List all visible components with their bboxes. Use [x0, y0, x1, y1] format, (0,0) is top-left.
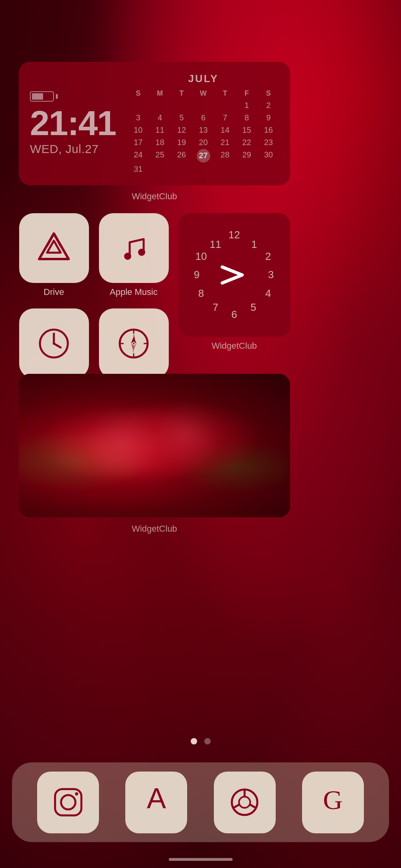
- cal-header-mon: M: [149, 88, 170, 99]
- cal-cell: [171, 100, 192, 111]
- music-icon: [116, 230, 152, 266]
- cal-cell: 24: [128, 149, 148, 163]
- cal-today: 27: [197, 149, 210, 163]
- cal-header-wed: W: [193, 88, 213, 99]
- cal-cell: [149, 100, 170, 111]
- clock-widget[interactable]: 12 3 6 9 1 2 4 5 7 8 10 11: [178, 213, 290, 337]
- svg-point-5: [138, 249, 145, 256]
- apple-music-app-wrapper: Apple Music: [99, 213, 169, 297]
- home-indicator: [169, 858, 233, 861]
- apple-music-label: Apple Music: [110, 287, 158, 297]
- svg-marker-31: [131, 344, 136, 350]
- page-dot-2[interactable]: [204, 738, 211, 744]
- cal-cell: 23: [258, 137, 279, 148]
- svg-text:11: 11: [210, 238, 221, 250]
- page-dots: [0, 738, 401, 744]
- appstore-icon: A: [138, 784, 174, 820]
- svg-point-37: [239, 797, 250, 808]
- calendar-grid: S M T W T F S 1 2 3 4 5 6 7: [128, 88, 279, 175]
- cal-cell: 16: [258, 124, 279, 136]
- svg-text:7: 7: [213, 301, 218, 313]
- dock: A G: [12, 762, 389, 842]
- cal-cell: [128, 100, 148, 111]
- svg-text:3: 3: [268, 269, 274, 281]
- cal-cell: [171, 163, 192, 175]
- chrome-dock-icon[interactable]: [214, 772, 276, 833]
- svg-text:G: G: [323, 785, 343, 815]
- cal-cell: 18: [149, 137, 170, 148]
- cal-cell: 1: [236, 100, 257, 111]
- photo-widget-wrapper: WidgetClub: [19, 374, 290, 517]
- cal-cell: 31: [128, 163, 148, 175]
- cal-cell: 21: [215, 137, 235, 148]
- cal-cell: 29: [236, 149, 257, 163]
- instagram-dock-icon[interactable]: [37, 772, 99, 833]
- google-icon: G: [315, 784, 351, 820]
- safari-app-icon[interactable]: [99, 308, 169, 378]
- date-display: WED, Jul.27: [30, 142, 116, 156]
- cal-cell: [236, 163, 257, 175]
- cal-cell: 22: [236, 137, 257, 148]
- drive-app-icon[interactable]: [19, 213, 89, 283]
- cal-cell: 8: [236, 112, 257, 124]
- cal-cell: 13: [193, 124, 213, 136]
- analog-clock-svg: 12 3 6 9 1 2 4 5 7 8 10 11: [186, 227, 282, 323]
- svg-text:12: 12: [229, 229, 240, 241]
- clock-app-icon[interactable]: [19, 308, 89, 378]
- cal-cell: 28: [215, 149, 235, 163]
- clock-widget-label: WidgetClub: [211, 341, 257, 351]
- cal-cell: 17: [128, 137, 148, 148]
- svg-text:4: 4: [265, 287, 271, 299]
- cal-cell: [215, 100, 235, 111]
- drive-app-wrapper: Drive: [19, 213, 89, 297]
- widgetclub-label-photo: WidgetClub: [19, 524, 290, 534]
- cal-cell: [215, 163, 235, 175]
- safari-icon: [116, 326, 152, 361]
- svg-point-33: [61, 795, 75, 809]
- cal-cell: [193, 100, 213, 111]
- cal-header-sat: S: [258, 88, 279, 99]
- cal-cell: 26: [171, 149, 192, 163]
- svg-point-21: [53, 342, 55, 345]
- instagram-icon: [50, 784, 86, 820]
- rose-photo-image: [19, 374, 290, 517]
- svg-text:9: 9: [194, 269, 200, 281]
- app-icons-area: Drive Apple Music 12 3 6 9: [19, 213, 290, 393]
- cal-cell: [193, 163, 213, 175]
- time-display: 21:41: [30, 106, 116, 141]
- photo-widget[interactable]: [19, 374, 290, 517]
- cal-cell: 11: [149, 124, 170, 136]
- svg-text:5: 5: [251, 301, 256, 313]
- clock-icon: [36, 326, 72, 361]
- cal-cell: [258, 163, 279, 175]
- svg-point-23: [133, 343, 134, 344]
- clock-calendar-widget: 21:41 WED, Jul.27 JULY S M T W T F S 1: [19, 62, 290, 185]
- calendar-section: JULY S M T W T F S 1 2 3 4: [124, 71, 279, 177]
- cal-cell: 14: [215, 124, 235, 136]
- svg-text:8: 8: [198, 287, 204, 299]
- page-dot-1[interactable]: [191, 738, 197, 744]
- drive-label: Drive: [43, 287, 64, 297]
- svg-point-34: [75, 792, 78, 795]
- cal-cell: [149, 163, 170, 175]
- svg-marker-30: [131, 337, 136, 344]
- drive-icon: [36, 230, 72, 266]
- cal-cell: 19: [171, 137, 192, 148]
- appstore-dock-icon[interactable]: A: [125, 772, 187, 833]
- svg-point-4: [124, 253, 131, 260]
- cal-cell: 5: [171, 112, 192, 124]
- svg-text:1: 1: [251, 238, 257, 250]
- cal-header-thu: T: [215, 88, 235, 99]
- cal-cell: 3: [128, 112, 148, 124]
- clock-section: 21:41 WED, Jul.27: [30, 71, 116, 177]
- widgetclub-label-top: WidgetClub: [19, 191, 290, 202]
- cal-header-tue: T: [171, 88, 192, 99]
- svg-text:10: 10: [196, 250, 207, 262]
- apple-music-app-icon[interactable]: [99, 213, 169, 283]
- svg-text:2: 2: [265, 250, 271, 262]
- cal-cell: 15: [236, 124, 257, 136]
- cal-cell: 2: [258, 100, 279, 111]
- google-dock-icon[interactable]: G: [302, 772, 364, 833]
- svg-text:6: 6: [231, 308, 237, 320]
- cal-cell: 4: [149, 112, 170, 124]
